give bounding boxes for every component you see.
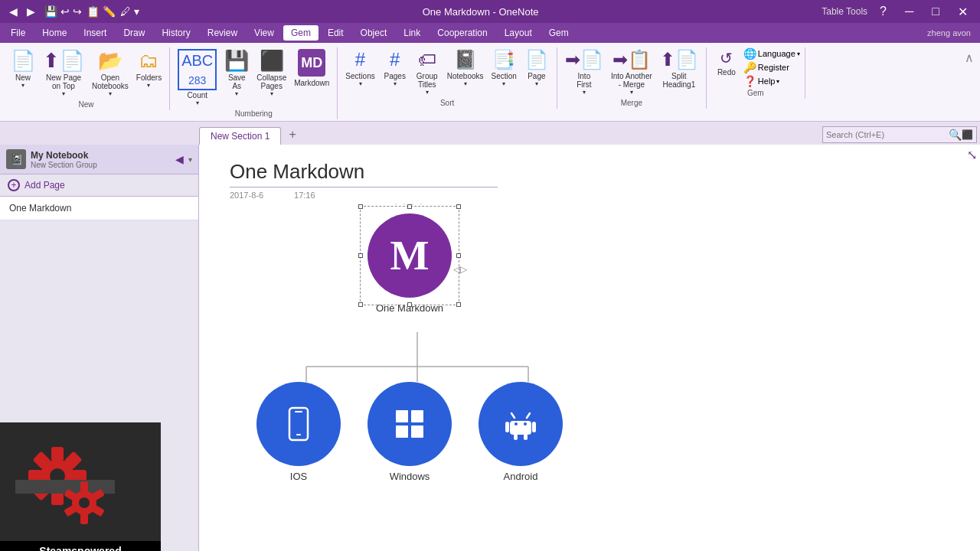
page-meta: 2017-8-6 17:16 xyxy=(230,191,949,200)
list-item[interactable]: One Markdown xyxy=(0,197,198,220)
menu-draw[interactable]: Draw xyxy=(116,25,152,41)
sections-btn[interactable]: # Sections ▾ xyxy=(342,47,377,89)
notebook-back-btn[interactable]: ◀ xyxy=(175,153,184,165)
notebook-info: My Notebook New Section Group xyxy=(31,150,171,169)
add-tab-btn[interactable]: + xyxy=(281,125,303,145)
group-titles-btn[interactable]: 🏷 Group Titles ▾ xyxy=(412,47,443,97)
menu-file[interactable]: File xyxy=(3,25,33,41)
close-btn[interactable]: ✕ xyxy=(952,3,974,21)
search-icon[interactable]: 🔍 xyxy=(949,129,962,141)
new-label: New xyxy=(15,73,31,82)
into-another-btn[interactable]: ➡📋 Into Another - Merge ▾ xyxy=(608,47,655,97)
resize-top-handle[interactable]: · · · · xyxy=(395,200,425,207)
expand-icon[interactable]: ⬛ xyxy=(962,129,973,140)
menu-home[interactable]: Home xyxy=(34,25,74,41)
abc-count-btn[interactable]: ABC283 Count ▾ xyxy=(175,47,220,108)
open-notebooks-btn[interactable]: 📂 Open Notebooks ▾ xyxy=(89,47,132,99)
folders-btn[interactable]: 🗂 Folders ▾ xyxy=(133,47,165,90)
new-page-on-top-btn[interactable]: ⬆📄 New Page on Top ▾ xyxy=(40,47,87,99)
save-as-btn[interactable]: 💾 Save As ▾ xyxy=(221,47,252,99)
handle-mr[interactable] xyxy=(456,253,461,258)
markdown-btn[interactable]: MD Markdown xyxy=(291,47,332,89)
into-another-arrow-icon: ▾ xyxy=(630,89,633,96)
help-btn[interactable]: ? xyxy=(874,3,893,20)
title-bar-title: One Markdown - OneNote xyxy=(423,6,539,18)
split-btn[interactable]: ⬆📄 Split Heading1 xyxy=(657,47,701,90)
count-arrow-icon: ▾ xyxy=(196,99,199,106)
register-btn[interactable]: 🔑 Register xyxy=(743,61,800,73)
title-bar: ◀ ▶ 💾 ↩ ↪ 📋 ✏️ 🖊 ▾ One Markdown - OneNot… xyxy=(0,0,980,23)
help-ribbon-btn[interactable]: ❓ Help ▾ xyxy=(743,75,800,87)
language-icon: 🌐 xyxy=(743,47,756,60)
menu-link[interactable]: Link xyxy=(396,25,428,41)
notebooks-btn[interactable]: 📓 Notebooks ▾ xyxy=(444,47,487,89)
folders-icon: 🗂 xyxy=(139,49,158,73)
group-titles-arrow-icon: ▾ xyxy=(426,89,429,96)
into-first-btn[interactable]: ➡📄 Into First ▾ xyxy=(562,47,606,97)
page-arrow-icon: ▾ xyxy=(535,80,538,87)
new-icon: 📄 xyxy=(11,49,35,73)
windows-icon xyxy=(391,406,428,442)
menu-cooperation[interactable]: Cooperation xyxy=(430,25,495,41)
redo-btn[interactable]: ↺ Redo xyxy=(711,47,742,78)
section-btn[interactable]: 📑 Section ▾ xyxy=(488,47,520,89)
user-name: zheng avon xyxy=(921,27,977,39)
pages-label: Pages xyxy=(384,72,406,80)
android-node: Android xyxy=(479,382,563,482)
handle-br[interactable] xyxy=(456,302,461,307)
section-tab[interactable]: New Section 1 xyxy=(199,127,281,145)
windows-label: Windows xyxy=(368,471,452,482)
collapse-pages-btn[interactable]: ⬛ Collapse Pages ▾ xyxy=(253,47,289,99)
open-notebooks-arrow-icon: ▾ xyxy=(109,90,112,97)
svg-rect-13 xyxy=(80,481,88,492)
page-title-area: One Markdown 2017-8-6 17:16 xyxy=(199,145,980,206)
folders-arrow-icon: ▾ xyxy=(147,82,150,89)
root-node-letter: M xyxy=(390,232,430,279)
ribbon-collapse-btn[interactable]: ∧ xyxy=(962,47,977,68)
menu-insert[interactable]: Insert xyxy=(76,25,114,41)
handle-ml[interactable] xyxy=(358,253,363,258)
windows-circle[interactable] xyxy=(368,382,452,466)
page-btn[interactable]: 📄 Page ▾ xyxy=(521,47,552,89)
pages-btn[interactable]: # Pages ▾ xyxy=(380,47,410,89)
ios-circle[interactable] xyxy=(256,382,341,466)
add-circle-icon: + xyxy=(8,179,20,191)
menu-view[interactable]: View xyxy=(247,25,282,41)
page-icon: 📄 xyxy=(525,49,548,71)
minimize-btn[interactable]: ─ xyxy=(899,3,920,20)
menu-history[interactable]: History xyxy=(154,25,198,41)
ribbon-group-gem: ↺ Redo 🌐 Language ▾ 🔑 Register ❓ xyxy=(707,47,805,99)
root-node-circle[interactable]: M xyxy=(368,214,452,298)
page-title: One Markdown xyxy=(230,160,498,187)
restore-btn[interactable]: □ xyxy=(926,3,946,20)
notebook-name: My Notebook xyxy=(31,150,171,161)
expand-btn[interactable]: ⤡ xyxy=(967,148,977,162)
nav-forward-btn[interactable]: ▶ xyxy=(24,4,38,19)
add-page-btn[interactable]: + Add Page xyxy=(0,174,198,197)
menu-gem2[interactable]: Gem xyxy=(541,25,577,41)
notebooks-arrow-icon: ▾ xyxy=(464,80,467,87)
menu-layout[interactable]: Layout xyxy=(497,25,540,41)
help-arrow-icon: ▾ xyxy=(776,78,779,85)
resize-right-handle[interactable]: ◁▷ xyxy=(453,264,467,275)
android-circle[interactable] xyxy=(479,382,563,466)
help-ribbon-label: Help xyxy=(758,77,776,86)
steam-widget: Steamspowered xyxy=(0,422,161,551)
new-arrow-icon: ▾ xyxy=(21,82,24,89)
language-btn[interactable]: 🌐 Language ▾ xyxy=(743,47,800,60)
svg-rect-37 xyxy=(532,422,536,432)
handle-bl[interactable] xyxy=(358,302,363,307)
page-label: Page xyxy=(528,72,545,80)
menu-edit[interactable]: Edit xyxy=(320,25,351,41)
open-folder-icon: 📂 xyxy=(98,49,122,73)
into-another-icon: ➡📋 xyxy=(612,49,651,71)
title-bar-right: Table Tools ? ─ □ ✕ xyxy=(822,3,974,21)
search-input[interactable] xyxy=(826,130,949,139)
notebook-dropdown-btn[interactable]: ▾ xyxy=(188,155,192,164)
search-bar: 🔍 ⬛ xyxy=(822,126,977,143)
menu-gem[interactable]: Gem xyxy=(283,25,318,41)
new-btn[interactable]: 📄 New ▾ xyxy=(8,47,38,90)
nav-back-btn[interactable]: ◀ xyxy=(6,4,21,19)
menu-object[interactable]: Object xyxy=(353,25,395,41)
menu-review[interactable]: Review xyxy=(200,25,245,41)
